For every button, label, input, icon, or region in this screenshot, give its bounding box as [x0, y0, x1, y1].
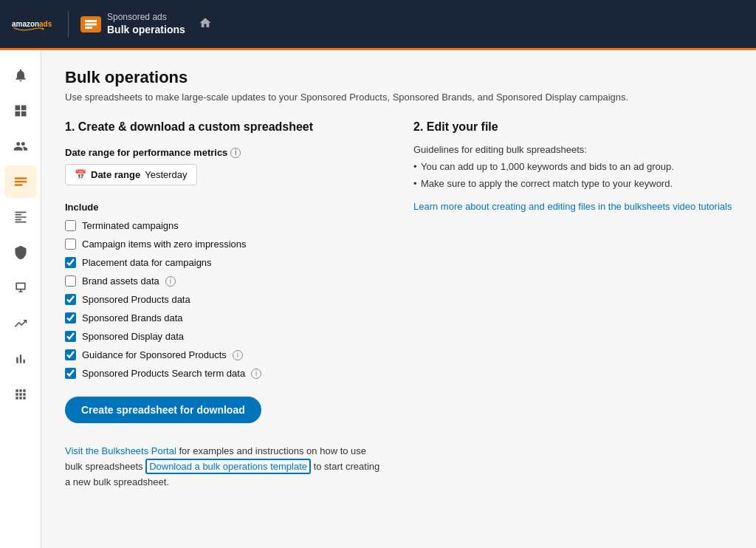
footer-text: Visit the Bulksheets Portal for examples…: [65, 444, 384, 490]
sidebar-item-apps[interactable]: [4, 378, 37, 411]
guidelines-list: You can add up to 1,000 keywords and bid…: [413, 161, 732, 189]
checkbox-item: Brand assets datai: [65, 275, 384, 287]
checkbox-0[interactable]: [65, 220, 76, 231]
main-content: Bulk operations Use spreadsheets to make…: [41, 50, 756, 548]
checkbox-7[interactable]: [65, 349, 76, 360]
checkbox-label: Sponsored Products Search term data: [82, 368, 245, 379]
svg-rect-4: [85, 23, 97, 25]
sidebar-item-trending[interactable]: [4, 307, 37, 340]
date-range-button[interactable]: 📅 Date range Yesterday: [65, 164, 197, 185]
checkbox-3[interactable]: [65, 275, 76, 287]
bulk-ops-icon: [80, 16, 101, 32]
nav-divider: [68, 11, 69, 38]
svg-rect-8: [14, 184, 22, 186]
sidebar-item-bar-chart[interactable]: [4, 343, 37, 375]
guidelines-title: Guidelines for editing bulk spreadsheets…: [413, 144, 732, 155]
checkbox-item: Sponsored Products data: [65, 294, 384, 305]
checkbox-info-icon[interactable]: i: [165, 276, 176, 287]
checkbox-label: Sponsored Products data: [82, 294, 190, 305]
logo: amazon ads: [12, 17, 56, 32]
top-navigation: amazon ads Sponsored ads Bulk operations: [0, 0, 756, 50]
svg-text:ads: ads: [39, 20, 52, 28]
date-range-label: Date range for performance metrics i: [65, 147, 384, 158]
two-column-layout: 1. Create & download a custom spreadshee…: [65, 120, 732, 490]
date-range-info-icon[interactable]: i: [230, 148, 241, 158]
svg-text:amazon: amazon: [12, 20, 39, 28]
left-column: 1. Create & download a custom spreadshee…: [65, 120, 384, 490]
checkbox-5[interactable]: [65, 312, 76, 323]
svg-rect-5: [85, 27, 92, 29]
page-title: Bulk operations: [65, 68, 732, 87]
checkbox-label: Sponsored Brands data: [82, 312, 183, 323]
breadcrumb: Sponsored ads Bulk operations: [80, 12, 212, 37]
checkbox-item: Sponsored Display data: [65, 331, 384, 342]
checkbox-item: Terminated campaigns: [65, 220, 384, 231]
checkbox-list: Terminated campaignsCampaign items with …: [65, 220, 384, 379]
learn-more-link[interactable]: Learn more about creating and editing fi…: [413, 201, 732, 212]
guideline-item: Make sure to apply the correct match typ…: [413, 178, 732, 189]
checkbox-label: Brand assets data: [82, 275, 159, 287]
svg-rect-3: [85, 20, 97, 22]
include-label: Include: [65, 202, 384, 213]
checkbox-4[interactable]: [65, 294, 76, 305]
date-range-value: Yesterday: [145, 169, 187, 180]
checkbox-item: Placement data for campaigns: [65, 257, 384, 268]
checkbox-6[interactable]: [65, 331, 76, 342]
checkbox-label: Placement data for campaigns: [82, 257, 212, 268]
checkbox-label: Guidance for Sponsored Products: [82, 349, 227, 360]
checkbox-2[interactable]: [65, 257, 76, 268]
sidebar: [0, 50, 41, 548]
guideline-item: You can add up to 1,000 keywords and bid…: [413, 161, 732, 172]
right-column: 2. Edit your file Guidelines for editing…: [413, 120, 732, 490]
checkbox-info-icon[interactable]: i: [233, 350, 243, 360]
checkbox-item: Sponsored Products Search term datai: [65, 368, 384, 379]
svg-rect-6: [14, 177, 27, 179]
create-spreadsheet-button[interactable]: Create spreadsheet for download: [65, 397, 261, 423]
sidebar-item-security[interactable]: [4, 236, 37, 269]
checkbox-item: Campaign items with zero impressions: [65, 239, 384, 250]
checkbox-item: Sponsored Brands data: [65, 312, 384, 323]
checkbox-label: Terminated campaigns: [82, 220, 179, 231]
home-icon[interactable]: [199, 16, 212, 32]
checkbox-info-icon[interactable]: i: [251, 369, 261, 379]
svg-rect-7: [14, 181, 27, 183]
breadcrumb-text: Sponsored ads Bulk operations: [107, 12, 185, 37]
sidebar-item-campaigns[interactable]: [4, 130, 37, 162]
right-section-heading: 2. Edit your file: [413, 120, 732, 134]
download-template-link[interactable]: Download a bulk operations template: [145, 459, 311, 474]
calendar-icon: 📅: [75, 169, 86, 180]
checkbox-item: Guidance for Sponsored Productsi: [65, 349, 384, 360]
checkbox-1[interactable]: [65, 239, 76, 250]
sidebar-item-dashboard[interactable]: [4, 95, 37, 127]
sidebar-item-analytics[interactable]: [4, 201, 37, 233]
date-range-btn-label: Date range: [91, 169, 140, 180]
sidebar-item-bulk-ops[interactable]: [4, 165, 37, 198]
bulksheets-portal-link[interactable]: Visit the Bulksheets Portal: [65, 445, 176, 456]
checkbox-8[interactable]: [65, 368, 76, 379]
checkbox-label: Sponsored Display data: [82, 331, 184, 342]
checkbox-label: Campaign items with zero impressions: [82, 239, 247, 250]
sidebar-item-monitor[interactable]: [4, 272, 37, 304]
left-section-heading: 1. Create & download a custom spreadshee…: [65, 120, 384, 134]
page-subtitle: Use spreadsheets to make large-scale upd…: [65, 92, 732, 103]
sidebar-item-notifications[interactable]: [4, 59, 37, 92]
